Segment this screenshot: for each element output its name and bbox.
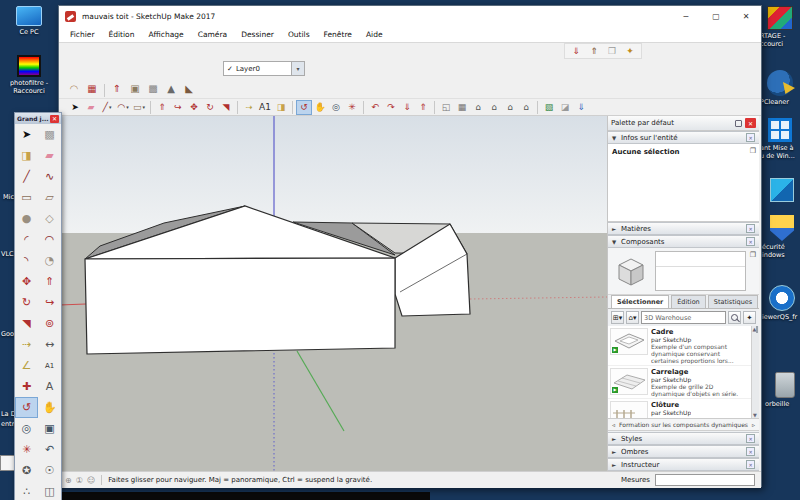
eraser-icon[interactable]: ▰ [83,100,99,115]
paint-bucket-icon[interactable]: ◨ [15,145,38,166]
zoom-extents-icon[interactable]: ✳ [344,100,360,115]
large-tool-set[interactable]: Grand j... ✕ ➤▩◨▰╱∿▭▱●◇◜◠◝◔✥⇑↻↪◥⊚⇢↔∠A1✚A… [14,112,62,500]
large-tool-set-title-bar[interactable]: Grand j... ✕ [15,113,61,124]
warehouse-search-input[interactable]: 3D Warehouse [641,311,726,324]
search-icon[interactable] [728,311,741,324]
get-models-2-icon[interactable]: ⇓ [399,100,415,115]
menu-edition[interactable]: Édition [102,28,142,41]
view-left-icon[interactable]: ⌂ [518,100,534,115]
move-icon[interactable]: ✥ [186,100,202,115]
section-close-icon[interactable]: ✕ [746,434,755,443]
follow-me-icon[interactable]: ↪ [38,292,61,313]
chevron-down-icon[interactable]: ▾ [291,62,304,75]
eraser-icon[interactable]: ▰ [38,145,61,166]
scale-icon[interactable]: ◥ [218,100,234,115]
desktop-icon-corbeille[interactable]: orbeille [765,372,800,408]
section-close-icon[interactable]: ✕ [746,224,755,233]
tape-measure-icon[interactable]: ⇢ [241,100,257,115]
component-footer[interactable]: ◃ Formation sur les composants dynamique… [608,419,759,431]
measure-input[interactable] [655,474,755,486]
tray-close-icon[interactable]: ✕ [745,118,756,128]
push-pull-icon[interactable]: ⇑ [38,271,61,292]
desktop-icon-ce-pc[interactable]: Ce PC [0,6,58,36]
circle-icon[interactable]: ● [15,208,38,229]
close-button[interactable]: ✕ [731,6,761,26]
offset-icon[interactable]: ⊚ [38,313,61,334]
tray-title-bar[interactable]: Palette par défaut ✕ [608,116,759,131]
rectangle-icon[interactable]: ▭ [15,187,38,208]
select-icon[interactable]: ➤ [15,124,38,145]
add-detail-icon[interactable]: ▲ [162,81,180,97]
geolocation-icon[interactable]: ⊕ [65,476,72,485]
zoom-extents-icon[interactable]: ✳ [15,439,38,460]
three-d-text-icon[interactable]: A [38,376,61,397]
from-scratch-icon[interactable]: ▦ [83,81,101,97]
orbit-icon[interactable]: ↺ [15,397,38,418]
text-icon[interactable]: A1 [257,100,273,115]
menu-affichage[interactable]: Affichage [141,28,190,41]
move-icon[interactable]: ✥ [15,271,38,292]
menu-aide[interactable]: Aide [359,28,390,41]
details-stack-icon[interactable]: ❐ [750,147,756,155]
menu-outils[interactable]: Outils [281,28,317,41]
menu-fichier[interactable]: Fichier [63,28,102,41]
from-contours-icon[interactable]: ◠ [65,81,83,97]
previous-view-icon[interactable]: ↶ [38,439,61,460]
arrow-left-icon[interactable]: ◃ [612,421,615,428]
paint-bucket-icon[interactable]: ◨ [273,100,289,115]
drawing-canvas[interactable] [59,116,607,471]
arrow-right-icon[interactable]: ▹ [752,421,755,428]
tab-statistiques[interactable]: Statistiques [708,295,758,308]
desktop-icon-partage[interactable]: RTAGE - ccourci [760,6,800,48]
section-close-icon[interactable]: ✕ [746,133,755,142]
share-model-2-icon[interactable]: ⇑ [415,100,431,115]
component-name-fields[interactable] [655,251,746,291]
look-around-icon[interactable]: ☉ [38,460,61,481]
add-location-icon[interactable]: ▧ [541,100,557,115]
pan-icon[interactable]: ✋ [312,100,328,115]
desktop-icon-win-update[interactable]: ant Mise à u de Win... [760,118,800,160]
section-components[interactable]: ▼ Composants ✕ [608,235,759,248]
line-icon[interactable]: ╱▾ [99,100,115,115]
scale-icon[interactable]: ◥ [15,313,38,334]
next-view-icon[interactable]: ↷ [383,100,399,115]
menu-dessiner[interactable]: Dessiner [234,28,281,41]
position-camera-icon[interactable]: ✪ [15,460,38,481]
menu-fenetre[interactable]: Fenêtre [317,28,359,41]
smoove-icon[interactable]: ⇑ [108,81,126,97]
pan-icon[interactable]: ✋ [38,397,61,418]
dimensions-icon[interactable]: ↔ [38,334,61,355]
section-entity-info[interactable]: ▼ Infos sur l'entité ✕ [608,131,759,144]
section-close-icon[interactable]: ✕ [746,447,755,456]
arc-icon[interactable]: ◠▾ [115,100,131,115]
view-right-icon[interactable]: ⌂ [486,100,502,115]
make-component-icon[interactable]: ▩ [38,124,61,145]
pin-icon[interactable] [735,120,742,127]
layer-dropdown[interactable]: ✓ Layer0 ▾ [223,61,305,76]
title-bar[interactable]: mauvais toit - SketchUp Make 2017 ─ ▢ ✕ [59,6,761,26]
desktop-icon-teamviewer[interactable]: iewerQS_fr [762,285,800,321]
polygon-icon[interactable]: ◇ [38,208,61,229]
photo-textures-icon[interactable]: ⇓ [573,100,589,115]
desktop-icon-securite[interactable]: écurité indows [762,215,800,259]
section-plane-icon[interactable]: ◫ [38,481,61,500]
rectangle-icon[interactable]: ▭▾ [131,100,147,115]
section-shadows[interactable]: ► Ombres ✕ [608,445,759,458]
toggle-terrain-icon[interactable]: ◪ [557,100,573,115]
menu-camera[interactable]: Caméra [191,28,234,41]
section-styles[interactable]: ► Styles ✕ [608,432,759,445]
component-item-cloture[interactable]: ▶Clôturepar SketchUp [608,399,751,419]
zoom-icon[interactable]: ◎ [15,418,38,439]
orbit-icon[interactable]: ↺ [296,100,312,115]
walk-icon[interactable]: ∴ [15,481,38,500]
extension-warehouse-icon[interactable]: ✦ [621,44,639,58]
tab-edition[interactable]: Édition [671,295,706,308]
section-materials[interactable]: ► Matières ✕ [608,222,759,235]
freehand-icon[interactable]: ∿ [38,166,61,187]
desktop-icon-ccleaner[interactable]: PCleaner [760,70,800,106]
protractor-icon[interactable]: ∠ [15,355,38,376]
select-icon[interactable]: ➤ [67,100,83,115]
view-back-icon[interactable]: ⌂ [502,100,518,115]
section-close-icon[interactable]: ✕ [746,237,755,246]
front-wall-face[interactable] [85,258,395,354]
